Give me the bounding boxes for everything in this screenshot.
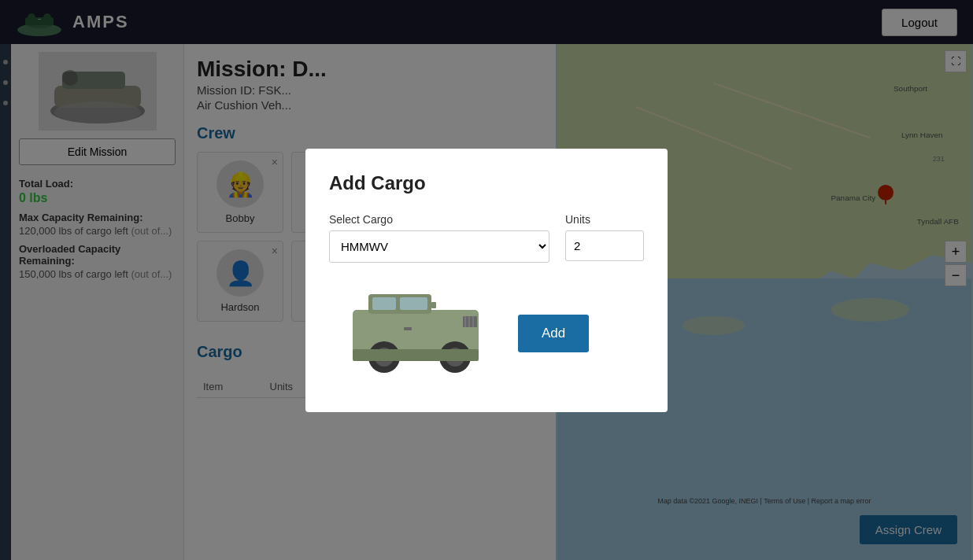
svg-rect-27	[400, 297, 427, 310]
modal-content-row: Add	[329, 278, 644, 389]
units-field: Units	[565, 213, 644, 263]
modal-title: Add Cargo	[329, 172, 644, 194]
hmmwv-svg	[329, 278, 502, 389]
modal-fields-row: Select Cargo HMMWV M1 Abrams Bradley IFV…	[329, 213, 644, 263]
select-cargo-label: Select Cargo	[329, 213, 549, 226]
select-cargo-dropdown[interactable]: HMMWV M1 Abrams Bradley IFV Paladin Supp…	[329, 230, 549, 263]
vehicle-image	[329, 278, 502, 389]
modal-add-button[interactable]: Add	[518, 315, 589, 352]
svg-rect-26	[372, 297, 396, 310]
svg-rect-39	[404, 327, 412, 330]
select-cargo-field: Select Cargo HMMWV M1 Abrams Bradley IFV…	[329, 213, 549, 263]
svg-rect-40	[431, 302, 436, 308]
add-cargo-modal: Add Cargo Select Cargo HMMWV M1 Abrams B…	[305, 149, 668, 412]
modal-overlay: Add Cargo Select Cargo HMMWV M1 Abrams B…	[0, 0, 973, 560]
units-input[interactable]	[565, 230, 644, 261]
units-label: Units	[565, 213, 644, 226]
svg-rect-34	[353, 349, 479, 361]
